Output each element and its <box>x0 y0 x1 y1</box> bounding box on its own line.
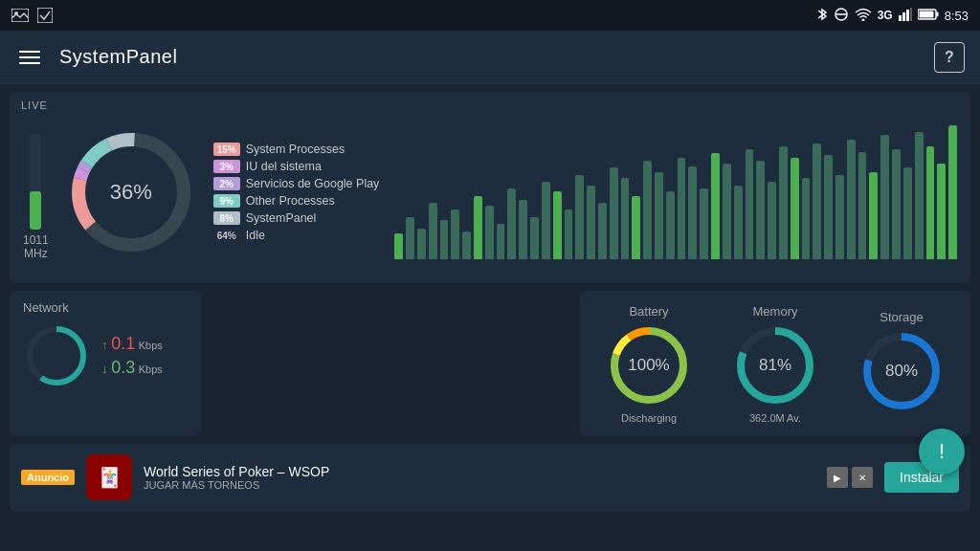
bar-item <box>553 191 562 259</box>
legend-item-idle: 64% Idle <box>213 229 380 242</box>
svg-point-5 <box>861 18 864 21</box>
spacer-panel <box>209 291 572 436</box>
download-arrow: ↓ <box>101 362 111 376</box>
battery-status-icon <box>918 9 939 23</box>
legend-color-system: 15% <box>213 143 240 156</box>
bar-item <box>440 220 449 259</box>
ad-text: World Series of Poker – WSOP JUGAR MÁS T… <box>144 464 815 491</box>
bar-item <box>824 155 833 259</box>
upload-stat: ↑ 0.1 Kbps <box>101 334 163 354</box>
ad-close-button[interactable]: ✕ <box>852 467 873 488</box>
bar-item <box>530 217 539 259</box>
memory-percentage: 81% <box>759 356 791 375</box>
bar-item <box>937 164 946 259</box>
bar-item <box>565 209 573 259</box>
svg-rect-7 <box>902 12 905 21</box>
metrics-panel: Battery 100% Discharging <box>580 291 970 436</box>
bar-item <box>700 188 708 259</box>
upload-unit: Kbps <box>139 340 163 351</box>
network-title: Network <box>23 300 188 315</box>
bar-item <box>621 178 630 259</box>
bar-item <box>474 196 482 259</box>
fab-button[interactable]: ! <box>919 429 965 474</box>
app-title: SystemPanel <box>59 46 919 68</box>
svg-rect-8 <box>906 10 909 21</box>
legend-label-ui: IU del sistema <box>246 160 322 173</box>
cpu-percentage: 36% <box>110 180 152 205</box>
bottom-panels: Network ↑ 0.1 Kbps ↓ 0. <box>10 291 970 436</box>
bar-item <box>575 175 584 259</box>
mhz-indicator: 1011MHz <box>23 134 49 261</box>
bluetooth-icon <box>816 7 828 25</box>
signal-icon <box>899 8 912 24</box>
legend-color-google: 2% <box>213 177 240 190</box>
task-icon <box>36 7 54 24</box>
bar-item <box>915 132 924 259</box>
bar-item <box>813 143 821 259</box>
bar-item <box>768 182 776 259</box>
legend-item-system: 15% System Processes <box>213 143 380 156</box>
ad-controls: ▶ ✕ <box>827 467 873 488</box>
bar-item <box>892 149 901 259</box>
block-icon <box>834 7 849 25</box>
memory-title: Memory <box>753 304 798 319</box>
battery-subtitle: Discharging <box>621 412 677 424</box>
bar-item <box>678 158 686 259</box>
bar-item <box>587 186 595 259</box>
legend-item-google: 2% Servicios de Google Play <box>213 177 380 190</box>
bar-item <box>858 152 867 259</box>
ad-banner: Anuncio 🃏 World Series of Poker – WSOP J… <box>10 444 970 511</box>
legend-color-other: 9% <box>213 194 240 208</box>
mhz-bar-fill <box>30 191 41 230</box>
bar-item <box>417 229 426 259</box>
bar-item <box>711 153 720 259</box>
legend-label-google: Servicios de Google Play <box>246 177 380 190</box>
cpu-panel: LIVE 1011MHz <box>10 92 970 283</box>
legend-color-systempanel: 8% <box>213 211 240 225</box>
download-value: 0.3 <box>111 358 135 377</box>
bar-item <box>835 175 844 259</box>
ad-play-button[interactable]: ▶ <box>827 467 848 488</box>
cpu-donut: 36% <box>64 125 198 259</box>
storage-percentage: 80% <box>885 362 918 381</box>
battery-metric: Battery 100% Discharging <box>606 304 692 424</box>
cpu-legend: 15% System Processes 3% IU del sistema 2… <box>213 143 380 242</box>
menu-line-2 <box>19 56 40 58</box>
image-icon <box>11 7 29 24</box>
legend-label-idle: Idle <box>246 229 265 242</box>
bar-item <box>869 172 878 259</box>
bar-item <box>847 140 856 259</box>
upload-value: 0.1 <box>111 334 135 353</box>
main-content: LIVE 1011MHz <box>0 84 980 551</box>
svg-rect-9 <box>910 8 912 21</box>
legend-color-ui: 3% <box>213 160 240 173</box>
bar-item <box>746 149 754 259</box>
live-label: LIVE <box>21 99 48 111</box>
bar-item <box>485 206 494 259</box>
bar-item <box>406 217 414 259</box>
ad-label: Anuncio <box>21 470 75 485</box>
bar-item <box>791 158 799 259</box>
menu-button[interactable] <box>15 47 44 68</box>
cpu-bar-chart <box>394 125 957 259</box>
battery-title: Battery <box>629 304 668 319</box>
bar-item <box>802 178 811 259</box>
bar-item <box>497 224 505 259</box>
network-stats: ↑ 0.1 Kbps ↓ 0.3 Kbps <box>101 334 163 378</box>
upload-arrow: ↑ <box>101 338 111 352</box>
svg-rect-11 <box>936 11 938 16</box>
ad-icon: 🃏 <box>86 454 132 500</box>
menu-line-3 <box>19 62 40 64</box>
bar-item <box>507 188 516 259</box>
download-unit: Kbps <box>139 364 163 375</box>
legend-item-other: 9% Other Processes <box>213 194 380 208</box>
network-type: 3G <box>878 9 893 22</box>
bar-item <box>948 125 957 259</box>
bar-item <box>462 231 471 259</box>
download-stat: ↓ 0.3 Kbps <box>101 358 163 378</box>
bar-item <box>756 161 765 259</box>
bar-item <box>598 203 607 259</box>
help-button[interactable]: ? <box>934 42 965 73</box>
bar-item <box>655 172 663 259</box>
memory-metric: Memory 81% 362.0M Av. <box>732 304 818 424</box>
